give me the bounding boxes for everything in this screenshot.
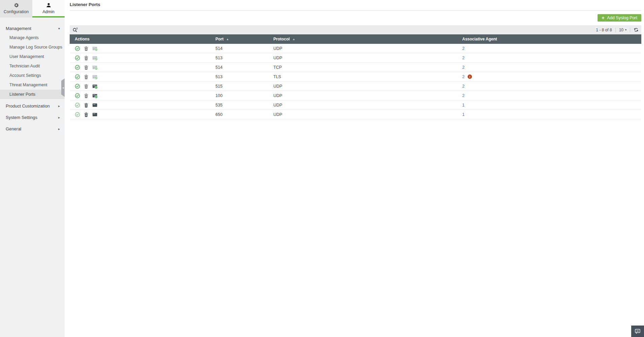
protocol-cell: UDP [268, 56, 457, 60]
protocol-cell: UDP [268, 46, 457, 51]
column-header-port[interactable]: Port ▲ [210, 37, 268, 41]
plus-icon: + [602, 16, 604, 20]
enable-listener-icon[interactable] [75, 74, 80, 80]
sidebar-section-product-customization[interactable]: Product Customization ▸ [0, 101, 65, 111]
listener-status-icon[interactable] [92, 112, 98, 117]
table-row: 515 UDP 2 [70, 82, 641, 91]
tab-admin[interactable]: Admin [32, 0, 65, 18]
table-row: 100 UDP 2 [70, 91, 641, 100]
table-row: 514 TCP 2 [70, 63, 641, 72]
title-divider [70, 10, 641, 11]
listener-status-icon[interactable] [92, 74, 98, 80]
sidebar-item-manage-log-source-groups[interactable]: Manage Log Source Groups [0, 42, 65, 52]
page-size-value: 10 [619, 28, 623, 32]
tab-configuration[interactable]: Configuration [0, 0, 32, 18]
protocol-cell: UDP [268, 84, 457, 89]
delete-icon[interactable] [83, 112, 89, 117]
delete-icon[interactable] [83, 102, 89, 108]
main-content: Listener Ports + Add Syslog Port 1 - 8 o… [65, 0, 644, 337]
divider [615, 28, 616, 32]
delete-icon[interactable] [83, 65, 89, 70]
delete-icon[interactable] [83, 55, 89, 61]
agent-count-link[interactable]: 2 [462, 65, 465, 70]
sidebar-item-threat-management[interactable]: Threat Management [0, 80, 65, 90]
protocol-cell: UDP [268, 103, 457, 108]
agent-count-link[interactable]: 2 [462, 56, 465, 60]
enable-listener-icon[interactable] [75, 93, 80, 98]
sidebar-section-system-settings[interactable]: System Settings ▸ [0, 113, 65, 122]
agent-count-link[interactable]: 2 [462, 93, 465, 98]
sidebar-section-management[interactable]: Management ▾ [0, 24, 65, 33]
delete-icon[interactable] [83, 46, 89, 51]
divider [630, 28, 630, 32]
page-title: Listener Ports [70, 2, 100, 7]
listener-status-icon[interactable] [92, 102, 98, 108]
sidebar-item-listener-ports[interactable]: Listener Ports [0, 90, 65, 99]
section-label: Management [6, 26, 31, 31]
sidebar-item-manage-agents[interactable]: Manage Agents [0, 33, 65, 42]
warning-icon[interactable]: ! [468, 74, 472, 79]
table-body: 514 UDP 2 513 UDP 2 [70, 44, 641, 119]
page-size-dropdown[interactable]: 10 ▾ [619, 28, 626, 32]
table-row: 535 UDP 1 [70, 100, 641, 110]
listener-status-icon[interactable] [92, 55, 98, 61]
table-row: 514 UDP 2 [70, 44, 641, 53]
table-row: 650 UDP 1 [70, 110, 641, 119]
listener-status-icon[interactable] [92, 93, 98, 98]
sidebar: Configuration Admin Management ▾ Manage … [0, 0, 65, 337]
enable-listener-icon[interactable] [75, 112, 80, 117]
delete-icon[interactable] [83, 74, 89, 80]
caret-down-icon: ▾ [58, 27, 60, 30]
protocol-cell: UDP [268, 112, 457, 117]
listener-status-icon[interactable] [92, 46, 98, 51]
caret-right-icon: ▸ [58, 116, 60, 119]
search-icon[interactable] [72, 27, 78, 33]
enable-listener-icon[interactable] [75, 102, 80, 108]
table-row: 513 TLS 2 ! [70, 72, 641, 82]
sort-ascending-icon: ▲ [293, 38, 295, 41]
agent-count-link[interactable]: 2 [462, 84, 465, 89]
agent-count-link[interactable]: 2 [462, 74, 465, 79]
column-header-associative-agent: Associative Agent [457, 37, 641, 41]
pagination-range: 1 - 8 of 8 [596, 28, 612, 32]
chat-button[interactable] [631, 326, 644, 337]
column-header-protocol[interactable]: Protocol ▲ [268, 37, 457, 41]
collapse-sidebar-icon: ◂ [62, 86, 64, 89]
pagination-controls: 1 - 8 of 8 10 ▾ [596, 27, 641, 32]
protocol-cell: TCP [268, 65, 457, 70]
delete-icon[interactable] [83, 93, 89, 98]
enable-listener-icon[interactable] [75, 65, 80, 70]
sort-ascending-icon: ▲ [226, 38, 229, 41]
chevron-down-icon: ▾ [625, 28, 626, 31]
column-label: Actions [75, 37, 90, 41]
port-cell: 514 [210, 46, 268, 51]
admin-console: Configuration Admin Management ▾ Manage … [0, 0, 644, 337]
table-row: 513 UDP 2 [70, 53, 641, 63]
sidebar-item-technician-audit[interactable]: Technician Audit [0, 61, 65, 71]
table-toolbar: 1 - 8 of 8 10 ▾ [70, 25, 641, 34]
admin-user-icon [46, 2, 52, 8]
add-syslog-port-label: Add Syslog Port [607, 16, 637, 20]
sidebar-section-general[interactable]: General ▸ [0, 124, 65, 133]
section-label: Product Customization [6, 103, 50, 109]
enable-listener-icon[interactable] [75, 55, 80, 61]
refresh-icon[interactable] [634, 27, 639, 32]
listener-status-icon[interactable] [92, 84, 98, 89]
enable-listener-icon[interactable] [75, 46, 80, 51]
sidebar-item-account-settings[interactable]: Account Settings [0, 71, 65, 80]
port-cell: 513 [210, 74, 268, 79]
enable-listener-icon[interactable] [75, 84, 80, 89]
column-header-actions: Actions [70, 37, 210, 41]
agent-count-link[interactable]: 1 [462, 103, 465, 108]
section-label: General [6, 126, 21, 131]
agent-count-link[interactable]: 1 [462, 112, 465, 117]
tab-configuration-label: Configuration [4, 9, 29, 14]
column-label: Protocol [273, 37, 290, 41]
tab-admin-label: Admin [42, 9, 54, 14]
add-syslog-port-button[interactable]: + Add Syslog Port [598, 14, 641, 22]
sidebar-item-user-management[interactable]: User Management [0, 52, 65, 61]
delete-icon[interactable] [83, 84, 89, 89]
sidebar-nav: Management ▾ Manage Agents Manage Log So… [0, 18, 65, 133]
listener-status-icon[interactable] [92, 65, 98, 70]
agent-count-link[interactable]: 2 [462, 46, 465, 51]
